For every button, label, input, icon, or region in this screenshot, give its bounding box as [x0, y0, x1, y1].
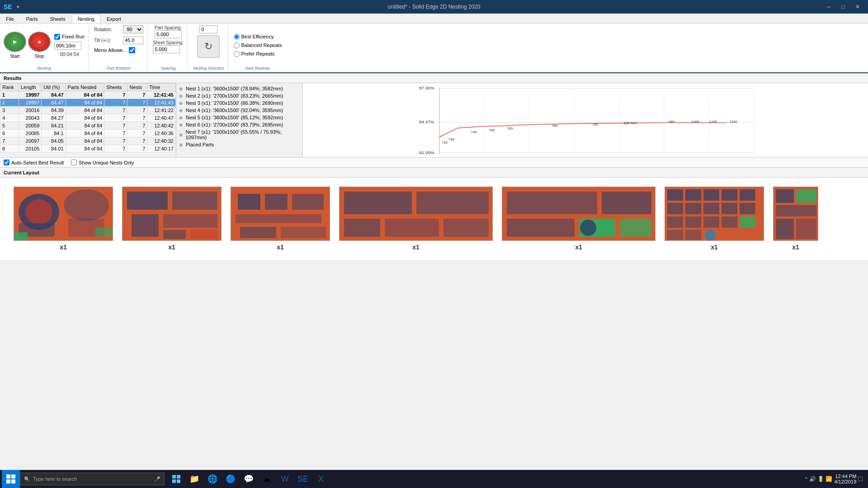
cell-rank: 7 [0, 137, 19, 145]
tab-export[interactable]: Export [101, 14, 127, 23]
results-area: Rank Length Util (%) Parts Nested Sheets… [0, 83, 868, 158]
start-menu-button[interactable] [2, 470, 20, 488]
tab-nesting[interactable]: Nesting [72, 14, 100, 23]
task-view-button[interactable] [168, 471, 184, 487]
clock-time: 12:44 PM [835, 474, 856, 479]
direction-button[interactable]: ↻ [197, 35, 220, 58]
balanced-repeats-radio[interactable] [234, 42, 240, 48]
excel-button[interactable]: X [313, 471, 329, 487]
maximize-button[interactable]: □ [836, 2, 850, 11]
thumbnail-img-5 [502, 187, 656, 241]
cell-rank: 2 [0, 99, 19, 107]
thumbnail-5[interactable]: x1 [502, 187, 656, 251]
time-input[interactable] [54, 42, 81, 50]
nest-item-1[interactable]: ⊕Nest 1 (x1): '3600x1500' (78.84%; 3582m… [178, 85, 301, 92]
onedrive-icon: ☁ [263, 474, 271, 484]
col-time[interactable]: Time [147, 84, 176, 91]
solidedge-button[interactable]: SE [295, 471, 311, 487]
edge-button[interactable]: 🌐 [204, 471, 221, 487]
titlebar-left: SE ▼ [4, 3, 20, 10]
svg-rect-87 [11, 474, 15, 479]
efficiency-chart: 87.00% 84.47% 81.00% 720 738 745 755 [303, 83, 868, 157]
notification-icon[interactable]: □ [858, 475, 863, 483]
titlebar: SE ▼ untitled* - Solid Edge 2D Nesting 2… [0, 0, 868, 14]
excel-icon: X [318, 474, 324, 484]
mirror-checkbox[interactable] [129, 47, 135, 53]
svg-text:84.47%: 84.47% [419, 119, 434, 124]
tab-sheets[interactable]: Sheets [44, 14, 71, 23]
microphone-icon[interactable]: 🎤 [154, 476, 160, 482]
tab-parts[interactable]: Parts [20, 14, 44, 23]
thumbnail-svg-7 [774, 187, 818, 241]
table-row[interactable]: 6 20085 84.1 84 of 84 7 7 12:40:36 [0, 130, 176, 137]
tilt-input[interactable] [123, 36, 143, 44]
cell-nests: 7 [127, 107, 147, 114]
word-button[interactable]: W [277, 471, 293, 487]
close-button[interactable]: ✕ [851, 2, 864, 11]
start-label: Start [10, 54, 19, 59]
placed-parts-item[interactable]: ⊕Placed Parts [178, 141, 301, 148]
svg-rect-68 [685, 203, 701, 214]
thumbnail-4[interactable]: x1 [339, 187, 493, 251]
svg-rect-35 [127, 192, 168, 210]
cell-nests: 7 [127, 137, 147, 145]
table-row[interactable]: 1 19997 84.47 84 of 84 7 7 12:41:45 [0, 91, 176, 99]
table-row[interactable]: 4 20043 84.27 84 of 84 7 7 12:40:47 [0, 114, 176, 122]
col-nests[interactable]: Nests [127, 84, 147, 91]
cell-util: 84.05 [42, 137, 66, 145]
search-bar[interactable]: 🔍 Type here to search 🎤 [20, 473, 165, 485]
sheet-spacing-input[interactable] [153, 45, 180, 53]
start-button[interactable]: ▶ [4, 32, 26, 52]
show-unique-checkbox[interactable] [71, 160, 77, 165]
table-row[interactable]: 3 20016 84.39 84 of 84 7 7 12:41:22 [0, 107, 176, 114]
chrome-button[interactable]: 🔵 [222, 471, 239, 487]
col-parts[interactable]: Parts Nested [66, 84, 104, 91]
col-util[interactable]: Util (%) [42, 84, 66, 91]
best-efficiency-label: Best Efficiency [241, 34, 274, 39]
auto-select-row[interactable]: Auto-Select Best Result [4, 160, 64, 165]
thumbnail-3[interactable]: x1 [231, 187, 330, 251]
thumbnail-6[interactable]: x1 [665, 187, 764, 251]
best-efficiency-radio[interactable] [234, 34, 240, 40]
tab-file[interactable]: File [0, 14, 20, 23]
col-sheets[interactable]: Sheets [104, 84, 127, 91]
cell-rank: 8 [0, 145, 19, 153]
nest-item-4[interactable]: ⊕Nest 4 (x1): '3600x1500' (92.04%; 3595m… [178, 107, 301, 114]
taskbar-icons: 📁 🌐 🔵 💬 ☁ W SE X [168, 471, 329, 487]
prefer-repeats-row[interactable]: Prefer Repeats [234, 51, 282, 57]
skype-button[interactable]: 💬 [241, 471, 257, 487]
balanced-repeats-row[interactable]: Balanced Repeats [234, 42, 282, 48]
thumbnail-1[interactable]: x1 [14, 187, 113, 251]
show-unique-row[interactable]: Show Unique Nests Only [71, 160, 134, 165]
table-row[interactable]: 8 20105 84.01 84 of 84 7 7 12:40:17 [0, 145, 176, 153]
part-rotation-group: Rotation: 9045301 Tilt (+/-): Mirror All… [94, 25, 147, 70]
cell-parts: 84 of 84 [66, 137, 104, 145]
svg-rect-76 [740, 216, 755, 228]
stop-button[interactable]: ■ [28, 32, 51, 52]
fixed-run-checkbox[interactable] [54, 34, 60, 40]
part-spacing-input[interactable] [155, 30, 182, 38]
col-rank[interactable]: Rank [0, 84, 19, 91]
best-efficiency-row[interactable]: Best Efficiency [234, 34, 282, 40]
file-explorer-button[interactable]: 📁 [186, 471, 203, 487]
onedrive-button[interactable]: ☁ [259, 471, 275, 487]
thumbnail-2[interactable]: x1 [122, 187, 222, 251]
fixed-run-row[interactable]: Fixed Run [54, 34, 85, 40]
nest-item-6[interactable]: ⊕Nest 6 (x1): '2700x1500' (83.79%; 2695m… [178, 121, 301, 128]
auto-select-checkbox[interactable] [4, 160, 9, 165]
table-row[interactable]: 5 20059 84.21 84 of 84 7 7 12:40:42 [0, 122, 176, 130]
direction-angle-input[interactable] [199, 25, 217, 33]
table-row[interactable]: 2 19997 84.47 84 of 84 7 7 12:41:43 [0, 99, 176, 107]
svg-rect-49 [344, 192, 412, 214]
minimize-button[interactable]: ─ [822, 2, 835, 11]
nest-item-2[interactable]: ⊕Nest 2 (x1): '2700x1500' (83.23%; 2665m… [178, 92, 301, 99]
rotation-select[interactable]: 9045301 [123, 25, 143, 33]
thumbnail-7[interactable]: x1 [773, 187, 818, 251]
nest-item-3[interactable]: ⊕Nest 3 (x1): '2700x1500' (86.38%; 2690m… [178, 99, 301, 107]
prefer-repeats-radio[interactable] [234, 51, 240, 57]
clock: 12:44 PM 4/12/2019 [834, 474, 856, 484]
nest-item-7[interactable]: ⊕Nest 7 (x1): '1500x1500' (55.55% / 75.9… [178, 128, 301, 141]
col-length[interactable]: Length [19, 84, 41, 91]
table-row[interactable]: 7 20097 84.05 84 of 84 7 7 12:40:32 [0, 137, 176, 145]
nest-item-5[interactable]: ⊕Nest 5 (x1): '3600x1500' (85.12%; 3592m… [178, 114, 301, 121]
